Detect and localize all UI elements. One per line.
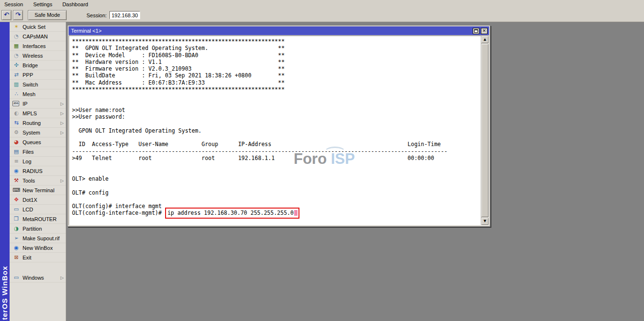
terminal-output: ****************************************… <box>69 36 481 210</box>
sidebar-item-new-terminal[interactable]: ⌨New Terminal <box>10 185 66 195</box>
partition-icon: ◑ <box>12 226 20 231</box>
sidebar-item-wireless[interactable]: ◔Wireless <box>10 51 66 61</box>
sidebar-item-label: Make Supout.rif <box>23 235 64 241</box>
terminal-prompt: OLT(config-interface-mgmt)# <box>72 210 165 216</box>
close-button[interactable]: ✕ <box>481 28 488 34</box>
sidebar-item-label: Log <box>23 159 64 164</box>
menu-session[interactable]: Session <box>3 1 24 8</box>
terminal-titlebar[interactable]: Terminal <1> ✕ <box>69 26 489 35</box>
scrollbar-thumb[interactable] <box>481 44 489 217</box>
terminal-title: Terminal <1> <box>71 28 471 34</box>
ip-icon: 255 <box>12 101 19 106</box>
sidebar-item-partition[interactable]: ◑Partition <box>10 224 66 234</box>
close-icon: ✕ <box>482 29 486 33</box>
mesh-icon: ∴ <box>12 91 20 97</box>
queues-icon: ◕ <box>12 139 20 145</box>
sidebar-item-label: Tools <box>23 178 60 184</box>
session-input[interactable] <box>109 11 140 19</box>
main-toolbar: ↶ ↷ Safe Mode Session: <box>0 9 644 22</box>
maximize-button[interactable] <box>473 28 479 34</box>
bridge-icon: ✣ <box>12 62 20 68</box>
routeros-winbox-vertical-label: RouterOS WinBox <box>0 266 9 321</box>
sidebar-item-dot1x[interactable]: ✥Dot1X <box>10 195 66 205</box>
sidebar-item-ppp[interactable]: ⇄PPP <box>10 70 66 80</box>
redo-icon[interactable]: ↷ <box>13 10 23 20</box>
sidebar-item-label: Queues <box>23 139 64 145</box>
sidebar-item-label: Switch <box>23 82 64 87</box>
terminal-text-area: Foro ISP *******************************… <box>69 36 481 225</box>
scroll-up-icon[interactable]: ▲ <box>481 36 489 43</box>
text-cursor <box>294 210 298 216</box>
sidebar-item-switch[interactable]: ▥Switch <box>10 80 66 89</box>
sidebar-item-log[interactable]: ≡Log <box>10 157 66 166</box>
safe-mode-button[interactable]: Safe Mode <box>28 10 67 20</box>
sidebar-item-windows[interactable]: ▭Windows▷ <box>10 273 66 283</box>
terminal-content: Foro ISP *******************************… <box>69 36 489 225</box>
terminal-window: Terminal <1> ✕ Foro ISP ****************… <box>67 25 490 227</box>
typed-command: ip address 192.168.30.70 255.255.255.0 <box>167 210 294 216</box>
sidebar-item-label: Files <box>23 149 64 155</box>
new-winbox-icon: ◉ <box>12 245 20 250</box>
log-icon: ≡ <box>12 159 20 164</box>
switch-icon: ▥ <box>12 82 20 87</box>
sidebar-item-label: Dot1X <box>23 197 64 203</box>
sidebar-item-exit[interactable]: ⊠Exit <box>10 253 66 262</box>
menu-settings[interactable]: Settings <box>32 1 53 8</box>
submenu-arrow-icon: ▷ <box>60 130 64 135</box>
sidebar-item-label: CAPsMAN <box>23 34 64 39</box>
ppp-icon: ⇄ <box>12 72 20 77</box>
sidebar-item-label: Windows <box>23 275 60 281</box>
sidebar-item-ip[interactable]: 255IP▷ <box>10 99 66 109</box>
windows-icon: ▭ <box>12 275 20 280</box>
scroll-down-icon[interactable]: ▼ <box>481 218 489 225</box>
sidebar-item-interfaces[interactable]: ▦Interfaces <box>10 41 66 51</box>
terminal-scrollbar[interactable]: ▲ ▼ <box>481 36 489 225</box>
sidebar-item-quick-set[interactable]: ✶Quick Set <box>10 22 66 32</box>
sidebar-item-mpls[interactable]: ◐MPLS▷ <box>10 109 66 118</box>
sidebar-item-routing[interactable]: ⇆Routing▷ <box>10 118 66 128</box>
branding-strip: RouterOS WinBox <box>0 22 10 321</box>
interfaces-icon: ▦ <box>12 43 20 49</box>
submenu-arrow-icon: ▷ <box>60 111 64 116</box>
sidebar-item-label: Partition <box>23 226 64 232</box>
capsman-icon: ◔ <box>12 34 20 39</box>
sidebar-item-new-winbox[interactable]: ◉New WinBox <box>10 243 66 253</box>
sidebar-item-metarouter[interactable]: ❒MetaROUTER <box>10 214 66 224</box>
lcd-icon: ▭ <box>12 207 20 212</box>
sidebar-item-radius[interactable]: ◉RADIUS <box>10 166 66 176</box>
submenu-arrow-icon: ▷ <box>60 178 64 183</box>
sidebar-item-lcd[interactable]: ▭LCD <box>10 205 66 214</box>
sidebar-item-label: Interfaces <box>23 43 64 49</box>
sidebar-item-label: MetaROUTER <box>23 216 64 222</box>
sidebar-item-label: New Terminal <box>23 187 64 193</box>
sidebar-item-mesh[interactable]: ∴Mesh <box>10 89 66 99</box>
sidebar-item-bridge[interactable]: ✣Bridge <box>10 61 66 70</box>
sidebar-item-label: Bridge <box>23 62 64 68</box>
radius-icon: ◉ <box>12 168 20 173</box>
menu-bar: SessionSettingsDashboard <box>0 0 644 9</box>
submenu-arrow-icon: ▷ <box>60 101 64 106</box>
tools-icon: ⚒ <box>12 178 20 183</box>
sidebar-item-label: System <box>23 130 60 136</box>
submenu-arrow-icon: ▷ <box>60 275 64 280</box>
undo-icon[interactable]: ↶ <box>1 10 12 20</box>
sidebar-item-label: PPP <box>23 72 64 78</box>
sidebar-item-system[interactable]: ⚙System▷ <box>10 128 66 137</box>
submenu-arrow-icon: ▷ <box>60 121 64 125</box>
routing-icon: ⇆ <box>12 120 20 125</box>
sidebar-item-files[interactable]: ▤Files <box>10 147 66 157</box>
maximize-icon <box>474 29 478 33</box>
sidebar-item-capsman[interactable]: ◔CAPsMAN <box>10 32 66 41</box>
menu-dashboard[interactable]: Dashboard <box>61 1 89 8</box>
sidebar-item-label: RADIUS <box>23 168 64 174</box>
terminal-command-line[interactable]: OLT(config-interface-mgmt)# ip address 1… <box>69 210 481 216</box>
sidebar-item-label: Routing <box>23 120 60 126</box>
wireless-icon: ◔ <box>12 53 20 58</box>
sidebar-item-label: Mesh <box>23 91 64 97</box>
sidebar-item-queues[interactable]: ◕Queues <box>10 137 66 147</box>
sidebar-item-make-supout-rif[interactable]: ➢Make Supout.rif <box>10 234 66 243</box>
sidebar-item-label: New WinBox <box>23 245 64 251</box>
sidebar-item-label: Exit <box>23 255 64 260</box>
quick-set-icon: ✶ <box>12 24 20 29</box>
sidebar-item-tools[interactable]: ⚒Tools▷ <box>10 176 66 185</box>
